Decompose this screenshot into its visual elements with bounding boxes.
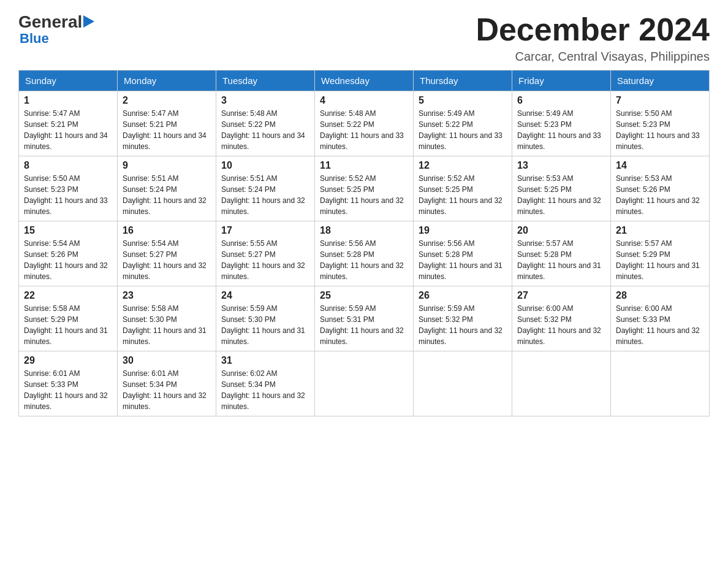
calendar-header-cell: Sunday [19,71,118,91]
location-subtitle: Carcar, Central Visayas, Philippines [476,50,710,64]
day-info: Sunrise: 5:53 AM Sunset: 5:25 PM Dayligh… [517,173,605,217]
calendar-header-cell: Monday [118,71,216,91]
calendar-day-cell: 22 Sunrise: 5:58 AM Sunset: 5:29 PM Dayl… [19,286,118,351]
day-number: 19 [419,225,507,236]
day-number: 22 [24,290,112,301]
day-info: Sunrise: 5:54 AM Sunset: 5:27 PM Dayligh… [123,238,211,282]
calendar-week-row: 15 Sunrise: 5:54 AM Sunset: 5:26 PM Dayl… [19,221,710,286]
calendar-day-cell: 23 Sunrise: 5:58 AM Sunset: 5:30 PM Dayl… [118,286,216,351]
calendar-day-cell: 25 Sunrise: 5:59 AM Sunset: 5:31 PM Dayl… [315,286,414,351]
day-info: Sunrise: 6:01 AM Sunset: 5:33 PM Dayligh… [24,368,112,412]
day-info: Sunrise: 5:59 AM Sunset: 5:30 PM Dayligh… [221,303,309,347]
calendar-day-cell: 1 Sunrise: 5:47 AM Sunset: 5:21 PM Dayli… [19,91,118,156]
day-info: Sunrise: 5:48 AM Sunset: 5:22 PM Dayligh… [221,108,309,152]
day-info: Sunrise: 5:51 AM Sunset: 5:24 PM Dayligh… [123,173,211,217]
day-number: 16 [123,225,211,236]
day-number: 4 [320,95,408,106]
calendar-day-cell: 4 Sunrise: 5:48 AM Sunset: 5:22 PM Dayli… [315,91,414,156]
day-number: 12 [419,160,507,171]
day-number: 24 [221,290,309,301]
day-info: Sunrise: 5:47 AM Sunset: 5:21 PM Dayligh… [123,108,211,152]
calendar-header-cell: Thursday [414,71,512,91]
day-info: Sunrise: 6:01 AM Sunset: 5:34 PM Dayligh… [123,368,211,412]
calendar-day-cell: 28 Sunrise: 6:00 AM Sunset: 5:33 PM Dayl… [611,286,710,351]
day-info: Sunrise: 5:57 AM Sunset: 5:29 PM Dayligh… [616,238,704,282]
calendar-day-cell: 13 Sunrise: 5:53 AM Sunset: 5:25 PM Dayl… [512,156,611,221]
day-info: Sunrise: 5:54 AM Sunset: 5:26 PM Dayligh… [24,238,112,282]
page-header: General Blue December 2024 Carcar, Centr… [18,12,710,64]
day-info: Sunrise: 6:00 AM Sunset: 5:32 PM Dayligh… [517,303,605,347]
calendar-day-cell: 12 Sunrise: 5:52 AM Sunset: 5:25 PM Dayl… [414,156,512,221]
day-info: Sunrise: 5:52 AM Sunset: 5:25 PM Dayligh… [320,173,408,217]
calendar-day-cell [414,351,512,416]
day-info: Sunrise: 5:47 AM Sunset: 5:21 PM Dayligh… [24,108,112,152]
calendar-day-cell: 24 Sunrise: 5:59 AM Sunset: 5:30 PM Dayl… [216,286,315,351]
calendar-day-cell: 5 Sunrise: 5:49 AM Sunset: 5:22 PM Dayli… [414,91,512,156]
day-info: Sunrise: 5:53 AM Sunset: 5:26 PM Dayligh… [616,173,704,217]
calendar-day-cell: 17 Sunrise: 5:55 AM Sunset: 5:27 PM Dayl… [216,221,315,286]
day-info: Sunrise: 5:48 AM Sunset: 5:22 PM Dayligh… [320,108,408,152]
calendar-header: SundayMondayTuesdayWednesdayThursdayFrid… [19,71,710,91]
calendar-day-cell: 9 Sunrise: 5:51 AM Sunset: 5:24 PM Dayli… [118,156,216,221]
title-block: December 2024 Carcar, Central Visayas, P… [476,12,710,64]
calendar-day-cell: 10 Sunrise: 5:51 AM Sunset: 5:24 PM Dayl… [216,156,315,221]
day-info: Sunrise: 5:57 AM Sunset: 5:28 PM Dayligh… [517,238,605,282]
calendar-header-cell: Tuesday [216,71,315,91]
logo-general-text: General [18,12,82,32]
day-number: 21 [616,225,704,236]
calendar-day-cell: 31 Sunrise: 6:02 AM Sunset: 5:34 PM Dayl… [216,351,315,416]
calendar-header-cell: Saturday [611,71,710,91]
day-number: 6 [517,95,605,106]
calendar-day-cell: 8 Sunrise: 5:50 AM Sunset: 5:23 PM Dayli… [19,156,118,221]
day-number: 20 [517,225,605,236]
day-number: 9 [123,160,211,171]
logo-flag-icon [83,15,97,29]
calendar-header-cell: Friday [512,71,611,91]
day-number: 11 [320,160,408,171]
calendar-day-cell: 16 Sunrise: 5:54 AM Sunset: 5:27 PM Dayl… [118,221,216,286]
calendar-day-cell: 11 Sunrise: 5:52 AM Sunset: 5:25 PM Dayl… [315,156,414,221]
day-info: Sunrise: 6:00 AM Sunset: 5:33 PM Dayligh… [616,303,704,347]
day-number: 25 [320,290,408,301]
logo: General Blue [18,12,97,47]
day-info: Sunrise: 5:58 AM Sunset: 5:30 PM Dayligh… [123,303,211,347]
day-number: 14 [616,160,704,171]
day-number: 27 [517,290,605,301]
day-info: Sunrise: 6:02 AM Sunset: 5:34 PM Dayligh… [221,368,309,412]
day-number: 7 [616,95,704,106]
calendar-day-cell: 3 Sunrise: 5:48 AM Sunset: 5:22 PM Dayli… [216,91,315,156]
calendar-body: 1 Sunrise: 5:47 AM Sunset: 5:21 PM Dayli… [19,91,710,416]
calendar-day-cell [512,351,611,416]
day-number: 5 [419,95,507,106]
day-info: Sunrise: 5:50 AM Sunset: 5:23 PM Dayligh… [24,173,112,217]
day-info: Sunrise: 5:58 AM Sunset: 5:29 PM Dayligh… [24,303,112,347]
calendar-day-cell: 14 Sunrise: 5:53 AM Sunset: 5:26 PM Dayl… [611,156,710,221]
svg-marker-0 [83,15,94,28]
calendar-day-cell: 7 Sunrise: 5:50 AM Sunset: 5:23 PM Dayli… [611,91,710,156]
calendar-day-cell: 19 Sunrise: 5:56 AM Sunset: 5:28 PM Dayl… [414,221,512,286]
day-number: 26 [419,290,507,301]
calendar-week-row: 1 Sunrise: 5:47 AM Sunset: 5:21 PM Dayli… [19,91,710,156]
day-number: 18 [320,225,408,236]
calendar-table: SundayMondayTuesdayWednesdayThursdayFrid… [18,70,710,416]
day-number: 31 [221,355,309,366]
calendar-day-cell: 6 Sunrise: 5:49 AM Sunset: 5:23 PM Dayli… [512,91,611,156]
day-info: Sunrise: 5:55 AM Sunset: 5:27 PM Dayligh… [221,238,309,282]
day-number: 28 [616,290,704,301]
day-info: Sunrise: 5:56 AM Sunset: 5:28 PM Dayligh… [320,238,408,282]
day-info: Sunrise: 5:49 AM Sunset: 5:22 PM Dayligh… [419,108,507,152]
day-info: Sunrise: 5:59 AM Sunset: 5:32 PM Dayligh… [419,303,507,347]
day-number: 8 [24,160,112,171]
day-info: Sunrise: 5:51 AM Sunset: 5:24 PM Dayligh… [221,173,309,217]
calendar-header-cell: Wednesday [315,71,414,91]
calendar-week-row: 8 Sunrise: 5:50 AM Sunset: 5:23 PM Dayli… [19,156,710,221]
calendar-day-cell: 18 Sunrise: 5:56 AM Sunset: 5:28 PM Dayl… [315,221,414,286]
day-number: 1 [24,95,112,106]
day-number: 30 [123,355,211,366]
calendar-day-cell: 2 Sunrise: 5:47 AM Sunset: 5:21 PM Dayli… [118,91,216,156]
day-info: Sunrise: 5:52 AM Sunset: 5:25 PM Dayligh… [419,173,507,217]
day-number: 2 [123,95,211,106]
calendar-day-cell: 27 Sunrise: 6:00 AM Sunset: 5:32 PM Dayl… [512,286,611,351]
calendar-day-cell: 30 Sunrise: 6:01 AM Sunset: 5:34 PM Dayl… [118,351,216,416]
day-number: 3 [221,95,309,106]
